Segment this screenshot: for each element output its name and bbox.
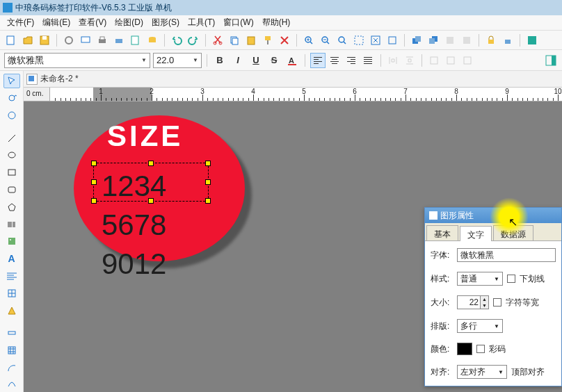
app-title: 中琅条码标签打印软件-V6.5.3 工业版 单机	[15, 2, 172, 14]
align-left-button[interactable]	[310, 53, 326, 68]
align-right-button[interactable]	[344, 53, 359, 68]
underline-checkbox[interactable]	[507, 275, 515, 283]
menu-window[interactable]: 窗口(W)	[219, 15, 257, 30]
resize-handle-s[interactable]	[148, 198, 154, 204]
resize-handle-ne[interactable]	[205, 161, 211, 166]
menu-help[interactable]: 帮助(H)	[258, 15, 295, 30]
resize-handle-n[interactable]	[148, 161, 154, 166]
triangle-tool[interactable]	[3, 303, 20, 318]
menu-draw[interactable]: 绘图(D)	[111, 15, 147, 30]
menu-tool[interactable]: 工具(T)	[184, 15, 219, 30]
text-color-button[interactable]: A	[284, 53, 300, 68]
zoom-sel-icon[interactable]	[385, 33, 399, 47]
save-icon[interactable]	[38, 33, 51, 47]
menu-view[interactable]: 查看(V)	[74, 15, 111, 30]
line-tool[interactable]	[3, 131, 20, 145]
align-center-button[interactable]	[327, 53, 342, 68]
bold-button[interactable]: B	[212, 53, 227, 68]
tab-basic[interactable]: 基本	[426, 225, 458, 240]
zoom-out-icon[interactable]	[319, 33, 332, 47]
panel-icon	[429, 211, 437, 220]
tab-text[interactable]: 文字	[460, 226, 492, 241]
zoom-100-icon[interactable]	[335, 33, 349, 47]
align-justify-button[interactable]	[360, 53, 376, 68]
window-icon[interactable]	[26, 74, 38, 85]
rotate-tool[interactable]	[3, 91, 20, 106]
bring-front-icon[interactable]	[410, 33, 424, 47]
underline-button[interactable]: U	[248, 53, 264, 68]
polygon-tool[interactable]	[3, 199, 20, 214]
layout-select[interactable]: 多行▼	[457, 319, 503, 333]
arc-tool[interactable]	[3, 360, 20, 375]
format-toolbar: 微软雅黑 ▼ 22.0 ▼ B I U S A	[0, 50, 562, 71]
svg-point-3	[65, 37, 72, 44]
ellipse-tool[interactable]	[3, 148, 20, 163]
copy-icon[interactable]	[227, 33, 241, 47]
colorcode-chklabel: 彩码	[489, 343, 506, 355]
new-icon[interactable]	[4, 33, 18, 47]
menu-file[interactable]: 文件(F)	[3, 15, 38, 30]
roundrect-tool[interactable]	[3, 183, 20, 197]
delete-icon[interactable]	[278, 33, 291, 47]
resize-handle-sw[interactable]	[91, 198, 97, 204]
unlock-icon[interactable]	[501, 33, 515, 47]
size-text[interactable]: SIZE	[107, 120, 183, 153]
app-logo-icon	[3, 3, 13, 13]
style-select[interactable]: 普通▼	[457, 272, 503, 286]
resize-handle-w[interactable]	[91, 179, 97, 185]
ruler-tool[interactable]	[3, 326, 20, 341]
settings-icon[interactable]	[62, 33, 76, 47]
menu-bar: 文件(F) 编辑(E) 查看(V) 绘图(D) 图形(S) 工具(T) 窗口(W…	[0, 15, 562, 31]
lock-icon[interactable]	[484, 33, 498, 47]
layout-label: 排版:	[431, 320, 453, 332]
selection-box[interactable]	[93, 163, 209, 202]
colorcode-checkbox[interactable]	[476, 345, 485, 353]
printer-icon[interactable]	[112, 33, 126, 47]
zoom-fit-icon[interactable]	[369, 33, 383, 47]
color-swatch[interactable]	[457, 343, 472, 355]
redo-icon[interactable]	[186, 33, 200, 47]
curve-tool[interactable]	[3, 377, 20, 392]
grid-tool[interactable]	[3, 343, 20, 357]
font-input[interactable]: 微软雅黑	[457, 248, 556, 262]
font-family-combo[interactable]: 微软雅黑 ▼	[4, 53, 150, 68]
rect-tool[interactable]	[3, 165, 20, 180]
paste-icon[interactable]	[244, 33, 258, 47]
size-spinner[interactable]: 22▲▼	[457, 295, 489, 309]
export-icon[interactable]	[129, 33, 143, 47]
richtext-tool[interactable]	[3, 269, 20, 284]
svg-rect-44	[8, 187, 15, 193]
barcode-tool[interactable]	[3, 217, 20, 231]
image-tool[interactable]	[3, 234, 20, 249]
database-icon[interactable]	[145, 33, 159, 47]
resize-handle-nw[interactable]	[91, 161, 97, 166]
resize-handle-se[interactable]	[205, 198, 211, 204]
strike-button[interactable]: S	[266, 53, 282, 68]
open-icon[interactable]	[21, 33, 35, 47]
font-size-combo[interactable]: 22.0 ▼	[153, 53, 202, 68]
zoom-in-icon[interactable]	[302, 33, 316, 47]
panel-toggle-icon[interactable]	[544, 54, 558, 67]
menu-shape[interactable]: 图形(S)	[147, 15, 184, 30]
text-tool[interactable]: A	[3, 252, 20, 266]
preview-icon[interactable]	[79, 33, 93, 47]
tab-datasource[interactable]: 数据源	[493, 225, 533, 240]
italic-button[interactable]: I	[230, 53, 246, 68]
format-paint-icon[interactable]	[261, 33, 275, 47]
menu-edit[interactable]: 编辑(E)	[38, 15, 74, 30]
pointer-tool[interactable]	[3, 74, 20, 88]
pan-tool[interactable]	[3, 108, 20, 123]
undo-icon[interactable]	[170, 33, 184, 47]
panel-header[interactable]: 图形属性	[425, 208, 561, 223]
zoom-region-icon[interactable]	[352, 33, 366, 47]
align-select[interactable]: 左对齐▼	[457, 365, 507, 379]
resize-handle-e[interactable]	[205, 179, 211, 185]
align-objects-r-icon	[460, 54, 474, 67]
print-icon[interactable]	[95, 33, 109, 47]
close-window-icon[interactable]	[525, 33, 539, 47]
document-tab[interactable]: 未命名-2 *	[40, 73, 79, 85]
send-back-icon[interactable]	[426, 33, 440, 47]
mono-checkbox[interactable]	[493, 298, 501, 307]
table-tool[interactable]	[3, 286, 20, 300]
cut-icon[interactable]	[211, 33, 225, 47]
